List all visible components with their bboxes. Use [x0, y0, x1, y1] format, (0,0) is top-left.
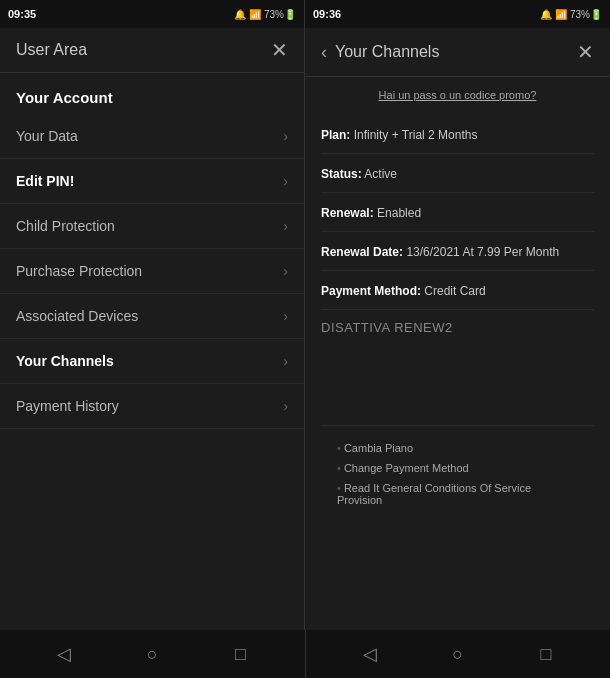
chevron-icon-purchase-protection: ›: [283, 263, 288, 279]
plan-value-text: Infinity + Trial 2 Months: [354, 128, 478, 142]
info-row-status: Status: Active: [321, 154, 594, 193]
info-row-renewal-date: Renewal Date: 13/6/2021 At 7.99 Per Mont…: [321, 232, 594, 271]
bottom-nav-left: ◁ ○ □: [0, 630, 305, 678]
plan-label: Plan:: [321, 128, 350, 142]
battery-icon-right: 73%🔋: [570, 9, 602, 20]
info-row-renewal-text: Renewal: Enabled: [321, 206, 421, 220]
signal-icon: 📶: [249, 9, 261, 20]
menu-item-purchase-protection[interactable]: Purchase Protection ›: [0, 249, 304, 294]
menu-item-your-data[interactable]: Your Data ›: [0, 114, 304, 159]
home-nav-button-right[interactable]: ○: [443, 644, 473, 665]
info-row-renewal-date-text: Renewal Date: 13/6/2021 At 7.99 Per Mont…: [321, 245, 559, 259]
time-left: 09:35: [8, 8, 36, 20]
info-row-plan: Plan: Infinity + Trial 2 Months: [321, 115, 594, 154]
status-bar-left: 09:35 🔔 📶 73%🔋: [0, 0, 304, 28]
bottom-links: Cambia Piano Change Payment Method Read …: [321, 425, 594, 530]
alarm-icon-right: 🔔: [540, 9, 552, 20]
menu-item-child-protection-label: Child Protection: [16, 218, 115, 234]
right-panel: 09:36 🔔 📶 73%🔋 ‹ Your Channels ✕ Hai un …: [305, 0, 610, 630]
right-header-left: ‹ Your Channels: [321, 42, 439, 63]
menu-item-associated-devices[interactable]: Associated Devices ›: [0, 294, 304, 339]
promo-link[interactable]: Hai un pass o un codice promo?: [321, 89, 594, 101]
info-row-plan-text: Plan: Infinity + Trial 2 Months: [321, 128, 477, 142]
alarm-icon: 🔔: [234, 9, 246, 20]
info-row-status-text: Status: Active: [321, 167, 397, 181]
right-content: Hai un pass o un codice promo? Plan: Inf…: [305, 77, 610, 630]
left-close-button[interactable]: ✕: [271, 40, 288, 60]
payment-label: Payment Method:: [321, 284, 421, 298]
time-right: 09:36: [313, 8, 341, 20]
info-row-payment: Payment Method: Credit Card: [321, 271, 594, 310]
menu-item-your-channels-label: Your Channels: [16, 353, 114, 369]
menu-item-payment-history[interactable]: Payment History ›: [0, 384, 304, 429]
home-nav-button-left[interactable]: ○: [137, 644, 167, 665]
chevron-icon-your-channels: ›: [283, 353, 288, 369]
chevron-icon-payment-history: ›: [283, 398, 288, 414]
menu-item-edit-pin-label: Edit PIN!: [16, 173, 74, 189]
back-nav-button-left[interactable]: ◁: [49, 643, 79, 665]
disattiva-button[interactable]: DISATTIVA RENEW2: [321, 310, 594, 345]
recents-nav-button-right[interactable]: □: [531, 644, 561, 665]
right-close-button[interactable]: ✕: [577, 40, 594, 64]
chevron-icon-child-protection: ›: [283, 218, 288, 234]
right-header: ‹ Your Channels ✕: [305, 28, 610, 77]
bottom-link-change-payment[interactable]: Change Payment Method: [337, 462, 578, 474]
account-section-title: Your Account: [0, 73, 304, 114]
info-row-payment-text: Payment Method: Credit Card: [321, 284, 486, 298]
bottom-nav-right: ◁ ○ □: [306, 630, 611, 678]
menu-item-your-channels[interactable]: Your Channels ›: [0, 339, 304, 384]
renewal-value-text: Enabled: [377, 206, 421, 220]
menu-item-your-data-label: Your Data: [16, 128, 78, 144]
recents-nav-button-left[interactable]: □: [225, 644, 255, 665]
menu-item-edit-pin[interactable]: Edit PIN! ›: [0, 159, 304, 204]
renewal-label: Renewal:: [321, 206, 374, 220]
bottom-nav: ◁ ○ □ ◁ ○ □: [0, 630, 610, 678]
info-row-renewal: Renewal: Enabled: [321, 193, 594, 232]
left-panel: 09:35 🔔 📶 73%🔋 User Area ✕ Your Account …: [0, 0, 305, 630]
payment-value-text: Credit Card: [424, 284, 485, 298]
status-value-text: Active: [364, 167, 397, 181]
status-bar-right: 09:36 🔔 📶 73%🔋: [305, 0, 610, 28]
left-header-title: User Area: [16, 41, 87, 59]
menu-item-associated-devices-label: Associated Devices: [16, 308, 138, 324]
menu-item-child-protection[interactable]: Child Protection ›: [0, 204, 304, 249]
renewal-date-label: Renewal Date:: [321, 245, 403, 259]
chevron-icon-edit-pin: ›: [283, 173, 288, 189]
menu-item-purchase-protection-label: Purchase Protection: [16, 263, 142, 279]
signal-icon-right: 📶: [555, 9, 567, 20]
back-button[interactable]: ‹: [321, 42, 327, 63]
status-icons-right: 🔔 📶 73%🔋: [540, 9, 602, 20]
bottom-link-cambia-piano[interactable]: Cambia Piano: [337, 442, 578, 454]
bottom-link-conditions[interactable]: Read It General Conditions Of Service Pr…: [337, 482, 578, 506]
status-label: Status:: [321, 167, 362, 181]
chevron-icon-your-data: ›: [283, 128, 288, 144]
back-nav-button-right[interactable]: ◁: [355, 643, 385, 665]
renewal-date-value-text: 13/6/2021 At 7.99 Per Month: [406, 245, 559, 259]
right-header-title: Your Channels: [335, 43, 439, 61]
left-header: User Area ✕: [0, 28, 304, 73]
menu-item-payment-history-label: Payment History: [16, 398, 119, 414]
status-icons-left: 🔔 📶 73%🔋: [234, 9, 296, 20]
battery-icon: 73%🔋: [264, 9, 296, 20]
chevron-icon-associated-devices: ›: [283, 308, 288, 324]
